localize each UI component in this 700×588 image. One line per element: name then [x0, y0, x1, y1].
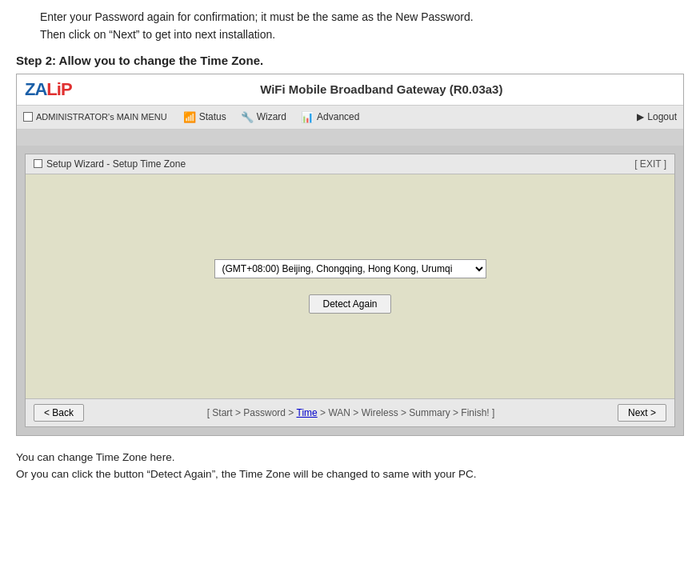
footer-breadcrumb: [ Start > Password > Time > WAN > Wirele… [84, 407, 618, 418]
router-nav: ADMINISTRATOR's MAIN MENU 📶 Status 🔧 Wiz… [17, 106, 683, 130]
nav-logout-label: Logout [647, 111, 677, 122]
nav-wizard[interactable]: 🔧 Wizard [241, 111, 286, 123]
nav-advanced[interactable]: 📊 Advanced [301, 111, 359, 123]
router-ui: ZALiP WiFi Mobile Broadband Gateway (R0.… [16, 74, 684, 436]
nav-logout[interactable]: ▶ Logout [637, 111, 677, 122]
router-title: WiFi Mobile Broadband Gateway (R0.03a3) [88, 82, 675, 96]
logo-lip: LiP [46, 79, 71, 99]
nav-status[interactable]: 📶 Status [183, 111, 226, 123]
detect-again-button[interactable]: Detect Again [309, 294, 390, 314]
logo: ZALiP [25, 79, 72, 100]
nav-admin-menu[interactable]: ADMINISTRATOR's MAIN MENU [23, 112, 167, 122]
back-button[interactable]: < Back [34, 404, 84, 422]
inner-panel: Setup Wizard - Setup Time Zone [ EXIT ] … [25, 154, 675, 427]
wizard-icon: 🔧 [241, 111, 254, 123]
panel-checkbox-icon [34, 159, 42, 168]
instruction-step4: Then click on “Next” to get into next in… [40, 26, 684, 43]
form-area: (GMT+08:00) Beijing, Chongqing, Hong Kon… [26, 174, 674, 398]
nav-wizard-label: Wizard [257, 111, 286, 122]
logout-arrow-icon: ▶ [637, 111, 644, 122]
status-icon: 📶 [183, 111, 196, 123]
admin-menu-label: ADMINISTRATOR's MAIN MENU [36, 112, 167, 122]
panel-header-left: Setup Wizard - Setup Time Zone [34, 158, 186, 170]
bottom-line2: Or you can click the button “Detect Agai… [16, 466, 684, 483]
bottom-line1: You can change Time Zone here. [16, 449, 684, 466]
timezone-row: (GMT+08:00) Beijing, Chongqing, Hong Kon… [214, 259, 486, 278]
instruction-step3: Enter your Password again for confirmati… [40, 8, 684, 26]
advanced-icon: 📊 [301, 111, 314, 123]
logo-za: ZA [25, 79, 46, 99]
detect-again-row: Detect Again [309, 294, 390, 314]
nav-items: 📶 Status 🔧 Wizard 📊 Advanced [183, 111, 638, 123]
nav-status-label: Status [199, 111, 226, 122]
gray-divider [17, 130, 683, 146]
next-button[interactable]: Next > [618, 404, 666, 422]
bottom-text: You can change Time Zone here. Or you ca… [16, 449, 684, 483]
nav-advanced-label: Advanced [317, 111, 359, 122]
router-content: Setup Wizard - Setup Time Zone [ EXIT ] … [17, 146, 683, 435]
panel-footer: < Back [ Start > Password > Time > WAN >… [26, 398, 674, 426]
router-logo: ZALiP [25, 79, 72, 100]
instructions-section: Enter your Password again for confirmati… [16, 8, 684, 44]
timezone-select[interactable]: (GMT+08:00) Beijing, Chongqing, Hong Kon… [214, 259, 486, 278]
panel-header: Setup Wizard - Setup Time Zone [ EXIT ] [26, 154, 674, 174]
panel-title: Setup Wizard - Setup Time Zone [46, 158, 186, 170]
router-header: ZALiP WiFi Mobile Broadband Gateway (R0.… [17, 74, 683, 106]
breadcrumb-time-link[interactable]: Time [297, 407, 318, 418]
admin-checkbox-icon [23, 112, 33, 122]
step-heading: Step 2: Allow you to change the Time Zon… [16, 54, 684, 67]
panel-exit-button[interactable]: [ EXIT ] [634, 158, 666, 170]
